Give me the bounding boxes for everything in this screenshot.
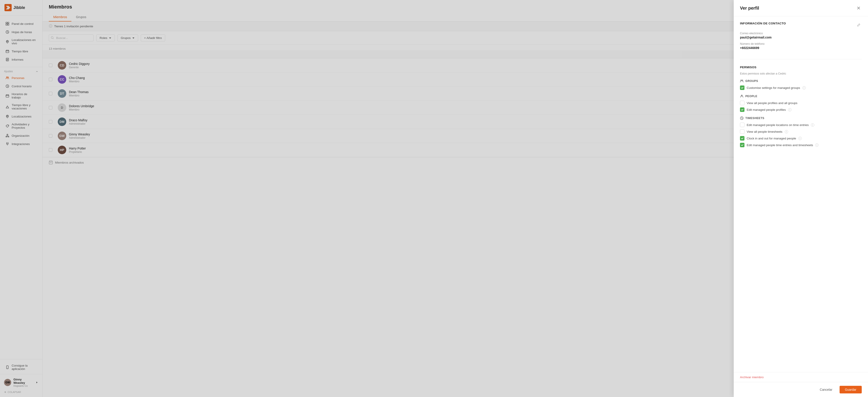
groups-icon xyxy=(740,79,744,83)
people-header: PEOPLE xyxy=(740,94,862,98)
perm-item: Edit managed people time entries and tim… xyxy=(740,143,862,147)
phone-field: Número de teléfono +6022446699 xyxy=(740,42,862,50)
permission-label: Edit managed people time entries and tim… xyxy=(747,144,813,147)
perm-item: View all people profiles and all groups xyxy=(740,101,862,105)
permission-checkbox[interactable] xyxy=(740,143,744,147)
perm-item: View all people timesheets i xyxy=(740,129,862,134)
permission-label: Edit managed people locations on time en… xyxy=(747,123,809,127)
groups-header: GROUPS xyxy=(740,79,862,83)
contact-section: INFORMACIÓN DE CONTACTO Correo electróni… xyxy=(740,22,862,59)
permission-label: Customise settings for managed groups xyxy=(747,86,800,90)
permission-checkbox[interactable] xyxy=(740,86,744,90)
people-perms-list: View all people profiles and all groups … xyxy=(740,101,862,112)
permission-checkbox[interactable] xyxy=(740,136,744,141)
info-button[interactable]: i xyxy=(815,144,818,147)
perm-item: Clock in and out for managed people i xyxy=(740,136,862,141)
info-button[interactable]: i xyxy=(788,108,792,112)
people-permissions: PEOPLE View all people profiles and all … xyxy=(740,94,862,112)
permission-checkbox[interactable] xyxy=(740,129,744,134)
permisos-section: PERMISOS Estos permisos solo afectan a C… xyxy=(740,66,862,147)
perm-item: Edit managed people locations on time en… xyxy=(740,123,862,127)
profile-panel: Ver perfil INFORMACIÓN DE CONTACTO Corre… xyxy=(734,0,868,397)
permission-label: View all people timesheets xyxy=(747,130,782,133)
contact-header: INFORMACIÓN DE CONTACTO xyxy=(740,22,862,28)
timesheets-perms-list: Edit managed people locations on time en… xyxy=(740,123,862,147)
checkmark-icon xyxy=(741,137,744,140)
groups-permissions: GROUPS Customise settings for managed gr… xyxy=(740,79,862,90)
timesheets-permissions: TIMESHEETS Edit managed people locations… xyxy=(740,116,862,147)
close-icon xyxy=(857,6,861,10)
permission-label: View all people profiles and all groups xyxy=(747,101,797,105)
panel-header: Ver perfil xyxy=(734,0,868,16)
permission-checkbox[interactable] xyxy=(740,123,744,127)
permission-checkbox[interactable] xyxy=(740,101,744,105)
groups-perms-list: Customise settings for managed groups i xyxy=(740,86,862,90)
svg-point-26 xyxy=(742,80,743,81)
archive-member-link[interactable]: Archivar miembro xyxy=(734,372,868,382)
close-button[interactable] xyxy=(856,5,862,11)
info-button[interactable]: i xyxy=(798,137,802,140)
svg-point-25 xyxy=(741,80,742,81)
info-button[interactable]: i xyxy=(785,130,788,133)
pencil-icon xyxy=(857,23,860,27)
checkmark-icon xyxy=(741,108,744,111)
panel-title: Ver perfil xyxy=(740,6,759,11)
checkmark-icon xyxy=(741,86,744,89)
person-icon xyxy=(740,94,744,98)
timesheets-header: TIMESHEETS xyxy=(740,116,862,120)
info-button[interactable]: i xyxy=(802,86,806,90)
panel-body: INFORMACIÓN DE CONTACTO Correo electróni… xyxy=(734,16,868,372)
info-button[interactable]: i xyxy=(811,123,814,127)
save-button[interactable]: Guardar xyxy=(840,386,862,393)
email-field: Correo electrónico paul@getairmail.com xyxy=(740,32,862,39)
permission-label: Edit managed people profiles xyxy=(747,108,786,112)
timesheet-icon xyxy=(740,116,744,120)
cancel-button[interactable]: Cancelar xyxy=(815,386,837,393)
edit-contact-button[interactable] xyxy=(856,22,862,28)
perm-item: Customise settings for managed groups i xyxy=(740,86,862,90)
permission-label: Clock in and out for managed people xyxy=(747,137,796,140)
checkmark-icon xyxy=(741,144,744,146)
panel-backdrop xyxy=(0,0,734,397)
perm-item: Edit managed people profiles i xyxy=(740,108,862,112)
panel-footer: Cancelar Guardar xyxy=(734,382,868,397)
permission-checkbox[interactable] xyxy=(740,108,744,112)
